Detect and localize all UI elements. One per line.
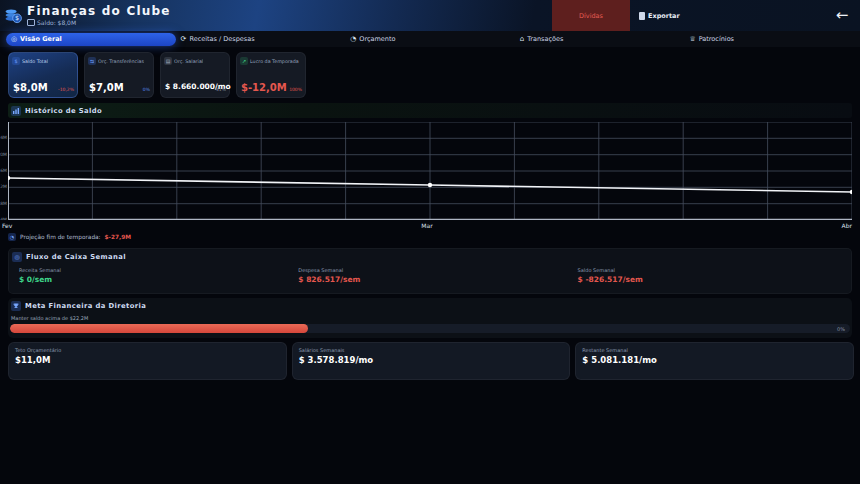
- line-chart-canvas: [8, 122, 852, 220]
- income-expense-cycle-icon: ⟳: [181, 36, 187, 43]
- weekly-balance: Saldo Semanal $ -826.517/sem: [570, 265, 849, 286]
- tab-transacoes[interactable]: ⌂ Transações: [515, 33, 685, 46]
- card-restante: Restante Semanal $ 5.081.181/mo: [575, 342, 854, 380]
- flow-label: Receita Semanal: [19, 267, 282, 273]
- card-orc-transferencias: ⇆ Orç. Transferências $7,0M 0%: [84, 52, 154, 98]
- flow-label: Saldo Semanal: [578, 267, 841, 273]
- svg-text:$: $: [15, 14, 19, 21]
- balance-subtitle-text: Saldo: $8,0M: [37, 19, 76, 26]
- y-tick-label: $20M: [0, 152, 7, 157]
- club-finances-screen: $ Finanças do Clube Saldo: $8,0M Dívidas…: [0, 0, 860, 484]
- card-label: Orç. Transferências: [98, 59, 144, 64]
- bottom-cards-row: Teto Orçamentário $11,0M Salários Semana…: [8, 342, 854, 380]
- flow-label: Despesa Semanal: [298, 267, 561, 273]
- sponsorship-trophy-icon: ♕: [689, 36, 695, 43]
- bcard-label: Teto Orçamentário: [15, 347, 280, 353]
- y-axis-ticks: $24M$20M$16M$12M$8M$4M: [0, 122, 7, 220]
- card-saldo-total: $ Saldo Total $8,0M -10,2%: [8, 52, 78, 98]
- bar-chart-icon: [11, 106, 21, 116]
- card-teto-orcamentario: Teto Orçamentário $11,0M: [8, 342, 287, 380]
- header: $ Finanças do Clube Saldo: $8,0M Dívidas…: [0, 0, 860, 31]
- bcard-value: $ 5.081.181/mo: [582, 355, 847, 365]
- tab-label: Visão Geral: [20, 35, 62, 43]
- card-value: $7,0M: [89, 82, 124, 93]
- export-button-label: Exportar: [648, 12, 680, 20]
- x-label-fev: Fev: [2, 222, 12, 229]
- section-header: Meta Financeira da Diretoria: [8, 298, 852, 313]
- balance-subtitle: Saldo: $8,0M: [27, 19, 171, 26]
- goal-progress-caption: 0%: [837, 326, 845, 332]
- transfer-arrows-icon: ⇆: [88, 57, 96, 65]
- section-header: Histórico de Saldo: [8, 103, 852, 118]
- card-label: Saldo Total: [22, 59, 48, 64]
- payroll-icon: ▤: [164, 57, 172, 65]
- card-label: Lucro da Temporada: [250, 59, 299, 64]
- projection-value: $-27,9M: [105, 234, 132, 240]
- summary-cards-row: $ Saldo Total $8,0M -10,2% ⇆ Orç. Transf…: [8, 52, 306, 98]
- cash-flow-icon: ◎: [12, 252, 22, 262]
- tab-label: Patrocínios: [699, 35, 734, 43]
- flow-value: $ 0/sem: [19, 275, 282, 284]
- header-title-block: $ Finanças do Clube Saldo: $8,0M: [4, 4, 171, 26]
- card-lucro-temporada: ↗ Lucro da Temporada $-12,0M 100%: [236, 52, 306, 98]
- card-label: Orç. Salarial: [174, 59, 203, 64]
- section-header: ◎ Fluxo de Caixa Semanal: [9, 249, 851, 264]
- tab-label: Transações: [527, 35, 563, 43]
- weekly-expense: Despesa Semanal $ 826.517/sem: [290, 265, 569, 286]
- x-label-mar: Mar: [421, 222, 432, 229]
- back-arrow-icon[interactable]: ←: [831, 4, 853, 26]
- flow-value: $ 826.517/sem: [298, 275, 561, 284]
- budget-pie-icon: ◔: [350, 36, 356, 43]
- trend-up-icon: ↗: [240, 57, 248, 65]
- tab-label: Orçamento: [359, 35, 395, 43]
- goal-progress-bar: 0%: [10, 324, 850, 333]
- card-delta: -10,2%: [58, 87, 74, 92]
- section-title: Histórico de Saldo: [25, 107, 102, 115]
- bcard-value: $ 3.578.819/mo: [299, 355, 564, 365]
- export-icon: [639, 12, 645, 20]
- y-tick-label: $16M: [0, 168, 7, 173]
- bank-icon: ⌂: [520, 36, 524, 43]
- export-button[interactable]: Exportar: [633, 8, 686, 23]
- weekly-cash-flow-section: ◎ Fluxo de Caixa Semanal Receita Semanal…: [8, 248, 852, 294]
- card-delta: 100%: [289, 87, 302, 92]
- tab-visao-geral[interactable]: ◎ Visão Geral: [6, 33, 176, 46]
- card-delta: 0%: [143, 87, 150, 92]
- coins-icon: $: [4, 6, 23, 25]
- page-title: Finanças do Clube: [27, 4, 171, 18]
- card-value: $-12,0M: [241, 82, 287, 93]
- balance-chart: $24M$20M$16M$12M$8M$4M: [8, 122, 852, 220]
- season-projection-row: ◔ Projeção fim de temporada: $-27,9M: [8, 233, 131, 241]
- x-label-abr: Abr: [842, 222, 852, 229]
- debts-button[interactable]: Dívidas: [552, 0, 630, 31]
- section-title: Meta Financeira da Diretoria: [25, 302, 146, 310]
- tab-patrocinios[interactable]: ♕ Patrocínios: [684, 33, 854, 46]
- y-tick-label: $24M: [0, 135, 7, 140]
- section-title: Fluxo de Caixa Semanal: [26, 253, 126, 261]
- overview-icon: ◎: [11, 36, 17, 43]
- board-trophy-icon: [11, 301, 21, 311]
- goal-progress-fill: [10, 324, 308, 333]
- x-axis-labels: Fev Mar Abr: [8, 222, 852, 229]
- y-tick-label: $8M: [0, 201, 7, 206]
- flow-value: $ -826.517/sem: [578, 275, 841, 284]
- goal-description: Manter saldo acima de $22,2M: [11, 315, 852, 321]
- card-delta: 41%: [216, 87, 226, 92]
- tab-orcamento[interactable]: ◔ Orçamento: [345, 33, 515, 46]
- board-goal-section: Meta Financeira da Diretoria Manter sald…: [8, 298, 852, 338]
- weekly-income: Receita Semanal $ 0/sem: [11, 265, 290, 286]
- tab-label: Receitas / Despesas: [189, 35, 254, 43]
- card-salarios: Salários Semanais $ 3.578.819/mo: [292, 342, 571, 380]
- bcard-value: $11,0M: [15, 355, 280, 365]
- card-orc-salarial: ▤ Orç. Salarial $ 8.660.000/mo 41%: [160, 52, 230, 98]
- coins-icon: $: [12, 57, 20, 65]
- tab-receitas-despesas[interactable]: ⟳ Receitas / Despesas: [176, 33, 346, 46]
- projection-icon: ◔: [8, 233, 16, 241]
- card-value: $8,0M: [13, 82, 48, 93]
- wallet-icon: [27, 19, 35, 26]
- bcard-label: Restante Semanal: [582, 347, 847, 353]
- balance-history-section: Histórico de Saldo $24M$20M$16M$12M$8M$4…: [8, 103, 852, 229]
- projection-label: Projeção fim de temporada:: [20, 234, 101, 240]
- y-tick-label: $12M: [0, 184, 7, 189]
- y-tick-label: $4M: [0, 217, 7, 220]
